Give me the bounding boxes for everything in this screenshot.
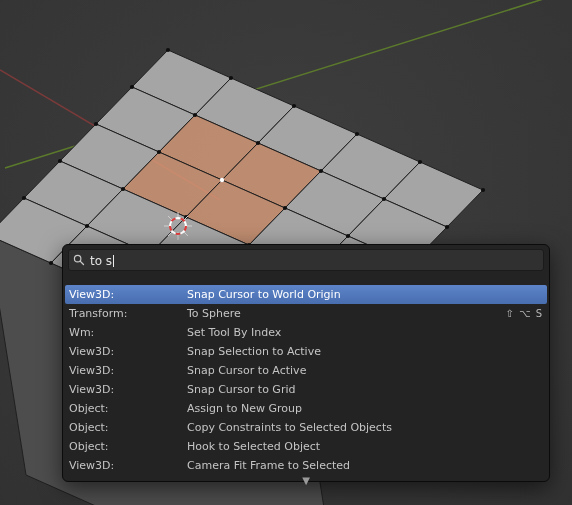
svg-point-37 xyxy=(256,141,260,145)
result-category: View3D: xyxy=(69,345,187,358)
search-results: View3D:Snap Cursor to World OriginTransf… xyxy=(65,285,547,475)
result-row[interactable]: Transform:To Sphere⇧ ⌥ S xyxy=(65,304,547,323)
result-label: Set Tool By Index xyxy=(187,326,543,339)
result-row[interactable]: View3D:Snap Cursor to Grid xyxy=(65,380,547,399)
svg-point-39 xyxy=(382,197,386,201)
svg-line-77 xyxy=(80,261,83,264)
text-caret xyxy=(113,255,114,267)
svg-point-40 xyxy=(445,225,449,229)
result-row[interactable]: Object:Copy Constraints to Selected Obje… xyxy=(65,418,547,437)
svg-point-33 xyxy=(418,160,422,164)
svg-point-65 xyxy=(220,178,224,182)
svg-point-34 xyxy=(481,188,485,192)
search-icon xyxy=(73,254,85,266)
result-category: Wm: xyxy=(69,326,187,339)
operator-search-panel: to s View3D:Snap Cursor to World OriginT… xyxy=(62,244,550,482)
result-label: Camera Fit Frame to Selected xyxy=(187,459,543,472)
result-row[interactable]: Object:Assign to New Group xyxy=(65,399,547,418)
result-row[interactable]: View3D:Snap Cursor to Active xyxy=(65,361,547,380)
result-label: Snap Cursor to Active xyxy=(187,364,543,377)
svg-point-35 xyxy=(130,85,134,89)
result-row[interactable]: View3D:Snap Selection to Active xyxy=(65,342,547,361)
result-row[interactable]: Object:Hook to Selected Object xyxy=(65,437,547,456)
result-row[interactable]: View3D:Camera Fit Frame to Selected xyxy=(65,456,547,475)
svg-point-48 xyxy=(121,187,125,191)
result-category: View3D: xyxy=(69,459,187,472)
result-label: Hook to Selected Object xyxy=(187,440,543,453)
search-field[interactable]: to s xyxy=(68,249,544,271)
result-row[interactable]: View3D:Snap Cursor to World Origin xyxy=(65,285,547,304)
svg-point-38 xyxy=(319,169,323,173)
svg-point-41 xyxy=(94,122,98,126)
result-category: View3D: xyxy=(69,383,187,396)
search-value: to s xyxy=(90,250,114,270)
svg-point-44 xyxy=(283,206,287,210)
result-label: Snap Selection to Active xyxy=(187,345,543,358)
result-category: View3D: xyxy=(69,288,187,301)
result-label: Snap Cursor to Grid xyxy=(187,383,543,396)
result-category: Object: xyxy=(69,402,187,415)
svg-point-32 xyxy=(355,132,359,136)
result-category: Transform: xyxy=(69,307,187,320)
result-category: Object: xyxy=(69,421,187,434)
svg-point-53 xyxy=(22,196,26,200)
more-indicator: ▼ xyxy=(63,476,549,486)
svg-point-30 xyxy=(229,76,233,80)
svg-point-60 xyxy=(49,261,53,265)
result-label: To Sphere xyxy=(187,307,505,320)
chevron-down-icon: ▼ xyxy=(302,475,310,486)
result-label: Assign to New Group xyxy=(187,402,543,415)
result-label: Snap Cursor to World Origin xyxy=(187,288,543,301)
svg-point-45 xyxy=(346,234,350,238)
result-label: Copy Constraints to Selected Objects xyxy=(187,421,543,434)
result-category: View3D: xyxy=(69,364,187,377)
svg-point-29 xyxy=(166,48,170,52)
svg-point-31 xyxy=(292,104,296,108)
svg-point-47 xyxy=(58,159,62,163)
result-shortcut: ⇧ ⌥ S xyxy=(505,308,543,319)
svg-point-54 xyxy=(85,224,89,228)
svg-point-36 xyxy=(193,113,197,117)
result-category: Object: xyxy=(69,440,187,453)
result-row[interactable]: Wm:Set Tool By Index xyxy=(65,323,547,342)
svg-point-42 xyxy=(157,150,161,154)
